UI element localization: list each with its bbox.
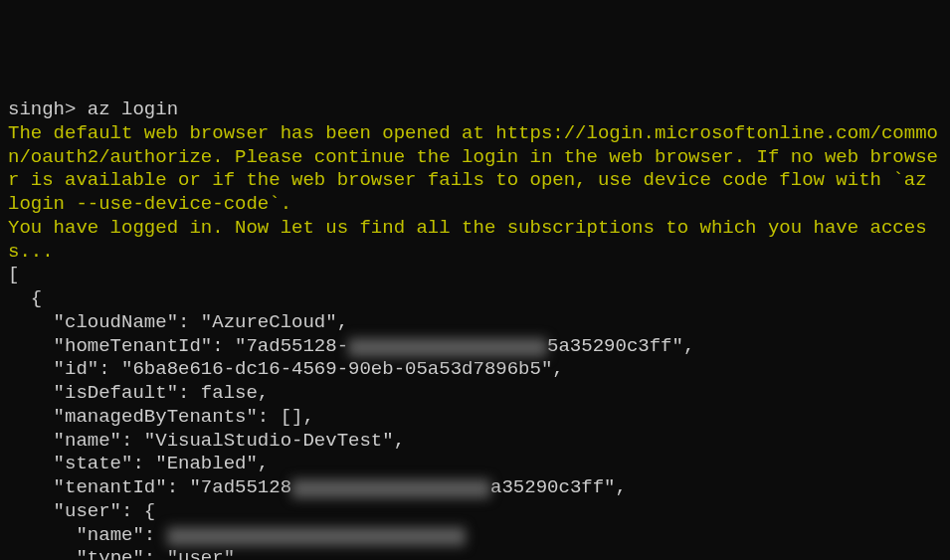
hometenantid-suffix: 5a35290c3ff", <box>547 335 694 357</box>
redacted-guid-icon: ................ <box>291 479 490 498</box>
json-state: "state": "Enabled", <box>8 453 942 476</box>
command-text: az login <box>88 98 178 120</box>
json-user-name: "name": ........................ <box>8 524 942 548</box>
tenantid-suffix: a35290c3ff", <box>490 476 627 498</box>
hometenantid-prefix: "homeTenantId": "7ad55128- <box>8 335 348 357</box>
prompt-line: singh> az login <box>8 98 942 122</box>
json-user-open: "user": { <box>8 500 942 524</box>
json-id: "id": "6ba8e616-dc16-4569-90eb-05a53d789… <box>8 358 942 382</box>
json-open-brace: { <box>8 287 942 311</box>
json-name: "name": "VisualStudio-DevTest", <box>8 430 942 454</box>
json-open-bracket: [ <box>8 264 942 287</box>
browser-message: The default web browser has been opened … <box>8 122 942 217</box>
redacted-guid-icon: ................ <box>348 338 547 357</box>
redacted-username-icon: ........................ <box>167 527 466 546</box>
tenantid-prefix: "tenantId": "7ad55128 <box>8 476 291 498</box>
json-isdefault: "isDefault": false, <box>8 382 942 406</box>
json-user-type: "type": "user" <box>8 547 942 560</box>
json-managedbytenants: "managedByTenants": [], <box>8 406 942 430</box>
logged-in-message: You have logged in. Now let us find all … <box>8 217 942 265</box>
prompt-prefix: singh> <box>8 98 76 120</box>
json-tenantid: "tenantId": "7ad55128................a35… <box>8 476 942 500</box>
user-name-prefix: "name": <box>8 524 167 546</box>
terminal-output[interactable]: singh> az loginThe default web browser h… <box>8 98 942 560</box>
json-cloudname: "cloudName": "AzureCloud", <box>8 311 942 335</box>
json-hometenantid: "homeTenantId": "7ad55128-..............… <box>8 335 942 359</box>
